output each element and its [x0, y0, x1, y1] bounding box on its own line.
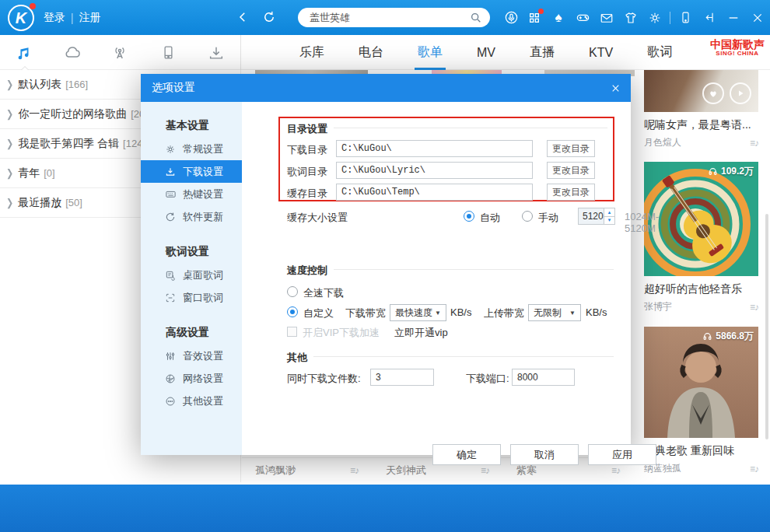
dialog-title: 选项设置 — [152, 81, 195, 95]
cache-auto-radio[interactable] — [464, 211, 474, 222]
vip-open-link[interactable]: 立即开通vip — [394, 326, 448, 340]
chevron-right-icon[interactable]: ❯ — [6, 79, 13, 91]
add-to-queue-icon[interactable]: ≡♪ — [750, 464, 758, 474]
add-to-queue-icon[interactable]: ≡♪ — [750, 302, 758, 313]
card-title[interactable]: 超好听的吉他轻音乐 — [644, 282, 758, 296]
cache-manual-radio[interactable] — [522, 211, 533, 222]
download-dir-input[interactable]: C:\KuGou\ — [336, 140, 533, 157]
custom-speed-radio[interactable] — [287, 306, 298, 317]
login-divider: | — [71, 12, 74, 24]
search-input[interactable] — [310, 12, 470, 23]
add-to-queue-icon[interactable]: ≡♪ — [350, 465, 359, 476]
mobile-icon[interactable] — [676, 9, 695, 27]
tab-cloud-icon[interactable] — [62, 43, 82, 63]
mini-mode-icon[interactable] — [700, 9, 719, 27]
chevron-right-icon[interactable]: ❯ — [6, 108, 13, 121]
play-icon[interactable] — [730, 82, 751, 104]
tab-local-music-icon[interactable] — [14, 43, 34, 63]
mail-icon[interactable] — [597, 9, 616, 27]
card-artist[interactable]: 张博宇 — [644, 300, 672, 313]
tab-直播[interactable]: 直播 — [530, 35, 555, 70]
add-to-queue-icon[interactable]: ≡♪ — [481, 465, 489, 476]
scrollbar-thumb[interactable] — [765, 214, 768, 439]
tab-电台[interactable]: 电台 — [359, 35, 383, 70]
tab-device-icon[interactable] — [158, 43, 178, 63]
menu-item-download[interactable]: 下载设置 — [141, 160, 242, 183]
cache-size-value[interactable]: 5120 — [579, 208, 604, 224]
dialog-header[interactable]: 选项设置 — [141, 74, 631, 102]
gamepad-icon[interactable] — [573, 9, 592, 27]
settings-gear-icon[interactable] — [646, 9, 664, 27]
card-title[interactable]: 呢喃女声，最是粤语... — [644, 118, 758, 132]
menu-item-window-lyrics[interactable]: 窗口歌词 — [141, 286, 242, 309]
register-link[interactable]: 注册 — [79, 11, 101, 25]
concurrent-files-input[interactable]: 3 — [370, 369, 434, 386]
spinner-down-icon[interactable]: ▼ — [604, 217, 614, 225]
download-bandwidth-select[interactable]: 最快速度▼ — [390, 304, 446, 321]
change-download-dir-button[interactable]: 更改目录 — [547, 140, 595, 157]
apply-button[interactable]: 应用 — [588, 444, 656, 465]
cache-dir-input[interactable]: C:\KuGou\Temp\ — [336, 184, 533, 201]
chevron-right-icon[interactable]: ❯ — [6, 138, 13, 150]
cache-auto-label[interactable]: 自动 — [480, 211, 500, 225]
download-port-input[interactable]: 8000 — [512, 369, 575, 386]
card-cover-image[interactable]: 109.2万 — [644, 162, 758, 276]
menu-item-hotkeys[interactable]: 热键设置 — [141, 183, 242, 205]
search-icon[interactable] — [470, 12, 482, 24]
tab-radio-icon[interactable] — [110, 43, 130, 63]
tab-歌单[interactable]: 歌单 — [418, 35, 443, 70]
tab-歌词[interactable]: 歌词 — [647, 35, 672, 70]
music-recognition-icon[interactable] — [502, 8, 520, 26]
add-to-queue-icon[interactable]: ≡♪ — [750, 138, 758, 149]
chevron-right-icon[interactable]: ❯ — [6, 167, 13, 180]
menu-item-sound-effect[interactable]: 音效设置 — [141, 345, 242, 367]
section-title-speed: 速度控制 — [287, 264, 327, 278]
card-cover-image[interactable] — [644, 70, 758, 112]
vip-accelerate-checkbox[interactable] — [287, 327, 297, 337]
close-icon[interactable] — [748, 9, 767, 27]
ok-button[interactable]: 确定 — [432, 444, 501, 465]
lyric-dir-input[interactable]: C:\KuGou\Lyric\ — [336, 162, 533, 179]
full-speed-radio[interactable] — [287, 286, 298, 297]
menu-item-network[interactable]: 网络设置 — [141, 367, 242, 390]
skin-tshirt-icon[interactable] — [621, 9, 640, 27]
back-icon[interactable] — [233, 8, 252, 26]
add-to-queue-icon[interactable]: ≡♪ — [611, 465, 620, 476]
tab-KTV[interactable]: KTV — [589, 35, 613, 70]
upload-bandwidth-select[interactable]: 无限制▼ — [528, 304, 581, 321]
cache-size-spinner[interactable]: 5120 ▲ ▼ — [578, 208, 615, 225]
login-link[interactable]: 登录 — [44, 11, 65, 25]
tab-MV[interactable]: MV — [477, 35, 495, 70]
card-title[interactable]: 经典老歌 重新回味 — [644, 444, 758, 458]
menu-item-update[interactable]: 软件更新 — [141, 205, 242, 228]
full-speed-label[interactable]: 全速下载 — [303, 286, 344, 300]
menu-item-general[interactable]: 常规设置 — [141, 138, 242, 160]
tab-download-manager-icon[interactable] — [206, 43, 226, 63]
playlist-card[interactable]: 109.2万 超好听的吉他轻音乐 张博宇 ≡♪ — [644, 162, 758, 313]
change-lyric-dir-button[interactable]: 更改目录 — [547, 162, 595, 179]
like-icon[interactable] — [702, 82, 724, 104]
chevron-right-icon[interactable]: ❯ — [6, 197, 13, 209]
song-cell[interactable]: 孤鸿飘渺 ≡♪ — [242, 458, 373, 482]
card-cover-image[interactable]: 5866.8万 — [644, 327, 758, 438]
card-artist[interactable]: 月色煊人 — [644, 136, 681, 149]
chevron-down-icon: ▼ — [435, 310, 441, 317]
change-cache-dir-button[interactable]: 更改目录 — [547, 184, 595, 201]
dialog-close-icon[interactable] — [607, 80, 623, 96]
menu-item-other[interactable]: 其他设置 — [141, 390, 242, 412]
tab-乐库[interactable]: 乐库 — [299, 35, 324, 70]
apps-grid-icon[interactable] — [525, 9, 544, 27]
minimize-icon[interactable] — [724, 9, 743, 27]
cache-manual-label[interactable]: 手动 — [538, 211, 558, 225]
update-icon — [164, 211, 177, 223]
game-spade-icon[interactable]: ♠ — [549, 9, 568, 27]
spinner-up-icon[interactable]: ▲ — [604, 208, 614, 217]
playlist-card[interactable]: 呢喃女声，最是粤语... 月色煊人 ≡♪ — [644, 70, 758, 149]
refresh-icon[interactable] — [260, 8, 278, 26]
custom-speed-label[interactable]: 自定义 — [303, 306, 334, 320]
menu-item-desktop-lyrics[interactable]: 桌面歌词 — [141, 264, 242, 286]
playlist-card[interactable]: 5866.8万 经典老歌 重新回味 纳蓝独孤 ≡♪ — [644, 327, 758, 475]
cancel-button[interactable]: 取消 — [510, 444, 579, 465]
search-box[interactable] — [298, 8, 490, 27]
sing-china-logo[interactable]: 中国新歌声 SING! CHINA — [710, 39, 765, 58]
